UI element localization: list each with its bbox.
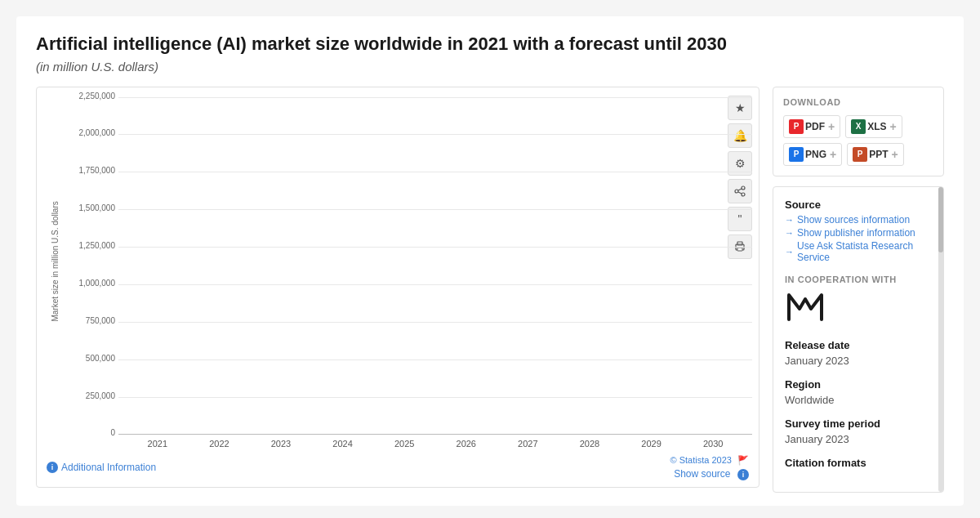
chart-plot: 2,250,000 2,000,000 1,750,000 1,500,000 … <box>66 97 752 435</box>
additional-info-button[interactable]: i Additional Information <box>47 462 156 473</box>
grid-label: 1,000,000 <box>66 279 115 288</box>
flag-icon: 🚩 <box>737 455 749 465</box>
citation-section: Citation formats <box>785 457 932 469</box>
content-row: ★ 🔔 ⚙ " Market size in million U.S. doll… <box>36 87 944 493</box>
x-axis: 2021202220232024202520262027202820292030 <box>118 435 752 449</box>
release-date-value: January 2023 <box>785 355 932 367</box>
xls-download-button[interactable]: X XLS + <box>845 115 902 138</box>
ppt-icon: P <box>853 147 867 162</box>
source-info-icon: i <box>737 469 749 480</box>
x-label: 2024 <box>312 439 374 449</box>
chart-container: Market size in million U.S. dollars 2,25… <box>43 97 752 449</box>
cooperation-logo <box>785 291 932 328</box>
scrollbar[interactable] <box>938 187 943 492</box>
grid-label: 1,250,000 <box>66 241 115 250</box>
statista-credit: © Statista 2023 🚩 <box>670 455 749 466</box>
grid-label: 0 <box>66 428 115 437</box>
chart-area: ★ 🔔 ⚙ " Market size in million U.S. doll… <box>36 87 760 488</box>
grid-label: 500,000 <box>66 354 115 363</box>
region-label: Region <box>785 378 932 391</box>
scrollbar-thumb <box>938 187 943 252</box>
x-label: 2029 <box>621 439 683 449</box>
download-buttons: P PDF + X XLS + P PNG + P <box>783 115 933 166</box>
y-axis-label-container: Market size in million U.S. dollars <box>43 97 66 449</box>
survey-section: Survey time period January 2023 <box>785 418 932 445</box>
page-subtitle: (in million U.S. dollars) <box>36 60 944 74</box>
release-date-label: Release date <box>785 339 932 351</box>
region-section: Region Worldwide <box>785 378 932 406</box>
pdf-download-button[interactable]: P PDF + <box>783 115 840 138</box>
statista-link[interactable]: © Statista 2023 <box>670 455 732 465</box>
ppt-label: PPT <box>869 149 888 160</box>
ppt-plus: + <box>892 148 898 161</box>
survey-label: Survey time period <box>785 418 932 430</box>
grid-label: 250,000 <box>66 391 115 400</box>
release-date-section: Release date January 2023 <box>785 339 932 367</box>
source-section: Source Show sources information Show pub… <box>785 199 932 263</box>
xls-icon: X <box>851 119 866 134</box>
y-axis-label: Market size in million U.S. dollars <box>51 224 60 322</box>
ppt-download-button[interactable]: P PPT + <box>847 143 904 166</box>
show-source-row: Show source i <box>670 466 749 480</box>
cooperation-label: IN COOPERATION WITH <box>785 275 932 284</box>
show-sources-link[interactable]: Show sources information <box>785 214 932 226</box>
additional-info-label: Additional Information <box>61 462 156 473</box>
survey-value: January 2023 <box>785 433 932 445</box>
chart-inner: 2,250,000 2,000,000 1,750,000 1,500,000 … <box>66 97 752 449</box>
download-box: DOWNLOAD P PDF + X XLS + P PNG <box>773 87 944 176</box>
region-value: Worldwide <box>785 394 932 406</box>
cooperation-section: IN COOPERATION WITH <box>785 275 932 328</box>
x-label: 2022 <box>189 439 251 449</box>
grid-label: 750,000 <box>66 316 115 325</box>
info-icon: i <box>47 462 58 473</box>
png-download-button[interactable]: P PNG + <box>783 143 842 166</box>
source-label: Source <box>785 199 932 211</box>
grid-label: 2,250,000 <box>66 92 115 100</box>
grid-label: 1,500,000 <box>66 203 115 212</box>
xls-plus: + <box>890 120 897 133</box>
ask-statista-link[interactable]: Use Ask Statista Research Service <box>785 240 932 263</box>
chart-footer: i Additional Information © Statista 2023… <box>43 455 752 480</box>
download-title: DOWNLOAD <box>783 97 933 107</box>
x-label: 2023 <box>250 439 312 449</box>
pdf-icon: P <box>789 119 804 134</box>
x-label: 2025 <box>373 439 435 449</box>
page-wrapper: Artificial intelligence (AI) market size… <box>16 16 964 506</box>
png-label: PNG <box>805 149 826 160</box>
show-publisher-link[interactable]: Show publisher information <box>785 227 932 239</box>
png-plus: + <box>830 148 836 161</box>
grid-label: 2,000,000 <box>66 128 115 137</box>
x-label: 2028 <box>559 439 621 449</box>
x-label: 2021 <box>127 439 189 449</box>
xls-label: XLS <box>867 121 886 132</box>
citation-label: Citation formats <box>785 457 932 469</box>
grid-label: 1,750,000 <box>66 166 115 175</box>
pdf-plus: + <box>828 120 835 133</box>
x-label: 2030 <box>682 439 744 449</box>
pdf-label: PDF <box>805 121 825 132</box>
png-icon: P <box>789 147 804 162</box>
sidebar: DOWNLOAD P PDF + X XLS + P PNG <box>773 87 944 493</box>
info-box: Source Show sources information Show pub… <box>773 186 944 493</box>
page-title: Artificial intelligence (AI) market size… <box>36 33 944 56</box>
credit-area: © Statista 2023 🚩 Show source i <box>670 455 749 480</box>
x-label: 2027 <box>497 439 559 449</box>
bars-row <box>118 97 752 435</box>
show-source-link[interactable]: Show source <box>674 468 730 480</box>
x-label: 2026 <box>435 439 497 449</box>
